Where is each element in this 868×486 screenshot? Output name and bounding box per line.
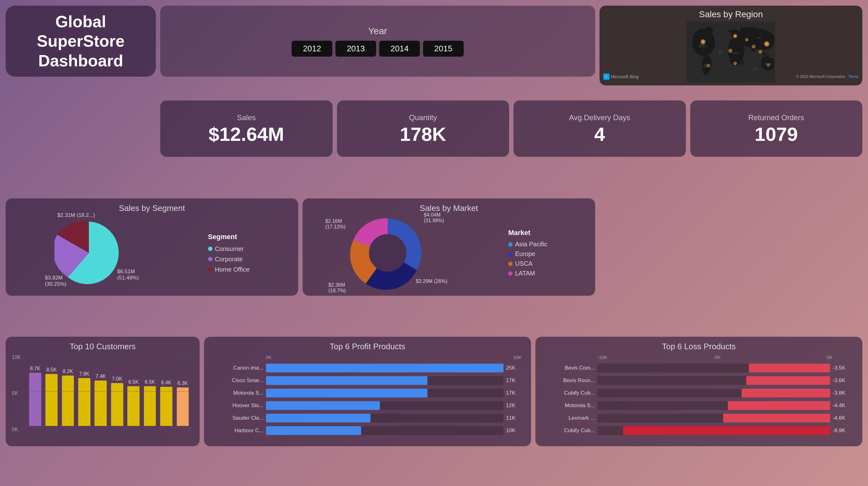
svg-text:Ocean: Ocean — [718, 53, 722, 54]
profit-val-0: 25K — [506, 365, 522, 371]
loss-name-3: Motorola S... — [545, 402, 595, 409]
customer-bar-col-6: 6.5K — [126, 355, 141, 426]
profit-bar-wrap-5 — [266, 426, 503, 435]
svg-point-30 — [707, 64, 710, 67]
market-legend-title: Market — [508, 229, 547, 237]
profit-name-4: Sauder Cla... — [213, 415, 264, 421]
kpi-label-2: Avg.Delivery Days — [569, 113, 630, 122]
loss-val-4: -4.6K — [833, 415, 853, 421]
top-customers-title: Top 10 Customers — [12, 342, 193, 352]
y-label-10000: 10K — [12, 355, 21, 360]
consumer-label: Consumer — [215, 245, 244, 252]
loss-val-1: -3.6K — [833, 377, 853, 384]
segment-chart-card: Sales by Segment $2.31M (18.2...) $3.82M… — [6, 199, 298, 296]
svg-point-25 — [728, 49, 732, 53]
kpi-card-3: Returned Orders 1079 — [690, 100, 863, 157]
market-legend: Market Asia Pacific Europe USCA — [508, 229, 547, 277]
year-btn-2013[interactable]: 2013 — [335, 41, 376, 57]
loss-x-label: 0K — [827, 355, 833, 360]
svg-point-31 — [752, 45, 755, 48]
kpi-card-0: Sales $12.64M — [160, 100, 333, 157]
market-label-apac: $4.04M(31.98%) — [424, 212, 444, 223]
kpi-value-3: 1079 — [755, 125, 798, 144]
loss-bar-0 — [749, 364, 830, 372]
loss-val-0: -3.5K — [833, 365, 853, 371]
kpi-label-3: Returned Orders — [748, 113, 804, 122]
profit-name-5: Harbour C... — [213, 427, 264, 434]
bar-rect-6 — [127, 386, 140, 426]
latam-dot — [508, 271, 513, 276]
y-gridline-0 — [25, 427, 190, 427]
svg-text:AMERICA: AMERICA — [699, 46, 706, 48]
svg-point-32 — [767, 63, 770, 66]
profit-bar-2 — [266, 389, 427, 397]
profit-x-labels: 0K20K — [213, 355, 522, 360]
profit-val-3: 12K — [506, 402, 522, 409]
row4: Top 10 Customers 10K5K0K8.7K8.5K8.2K7.8K… — [6, 337, 862, 443]
market-donut-svg — [350, 215, 425, 291]
segment-legend-title: Segment — [208, 233, 250, 241]
profit-name-1: Cisco Smar... — [213, 377, 264, 384]
segment-label-corp: $3.82M(30.25%) — [45, 275, 67, 287]
corporate-dot — [208, 257, 213, 261]
customer-bar-col-8: 6.4K — [159, 355, 174, 426]
market-label-europe: $3.29M (26%) — [416, 278, 447, 284]
bar-val-4: 7.4K — [95, 374, 106, 379]
y-label-5000: 5K — [12, 391, 18, 396]
kpi-label-0: Sales — [237, 113, 256, 122]
loss-bar-2 — [742, 389, 830, 397]
apac-dot — [508, 242, 513, 247]
legend-apac: Asia Pacific — [508, 241, 547, 248]
legend-latam: LATAM — [508, 270, 547, 277]
corporate-label: Corporate — [215, 256, 243, 263]
kpi-value-0: $12.64M — [209, 125, 284, 144]
svg-point-28 — [765, 42, 768, 45]
year-buttons: 2012201320142015 — [291, 41, 463, 57]
y-label-0: 0K — [12, 427, 18, 432]
loss-x-label: -10K — [597, 355, 607, 360]
profit-val-4: 11K — [506, 415, 522, 421]
market-label-latam: $2.16M(17.12%) — [325, 218, 345, 230]
profit-val-1: 17K — [506, 377, 522, 384]
year-card: Year 2012201320142015 — [160, 6, 595, 77]
customer-bar-col-0: 8.7K — [28, 355, 42, 426]
loss-x-label: -5K — [713, 355, 721, 360]
bar-val-0: 8.7K — [30, 366, 40, 371]
row3-charts: Sales by Segment $2.31M (18.2...) $3.82M… — [6, 199, 595, 296]
loss-bar-wrap-1 — [597, 376, 830, 385]
customers-chart-area: 10K5K0K8.7K8.5K8.2K7.8K7.4K7.0K6.5K6.5K6… — [12, 355, 193, 438]
kpi-label-1: Quantity — [409, 113, 437, 122]
loss-bar-wrap-3 — [597, 401, 830, 410]
loss-bar-wrap-0 — [597, 364, 830, 372]
loss-row-2: Cubify Cub...-3.8K — [545, 389, 853, 397]
profit-val-5: 10K — [506, 427, 522, 434]
year-btn-2014[interactable]: 2014 — [379, 41, 420, 57]
map-title: Sales by Region — [599, 6, 862, 21]
profit-row-2: Motorola S...17K — [213, 389, 522, 397]
latam-label: LATAM — [515, 270, 535, 277]
profit-row-5: Harbour C...10K — [213, 426, 522, 435]
year-btn-2015[interactable]: 2015 — [423, 41, 464, 57]
bing-logo: B Microsoft Bing — [603, 73, 639, 80]
map-footer: B Microsoft Bing © 2023 Microsoft Corpor… — [603, 73, 859, 80]
segment-chart-title: Sales by Segment — [12, 204, 292, 213]
market-chart-card: Sales by Market $4.04M(31.98%) $3.29M (2… — [303, 199, 595, 296]
profit-name-2: Motorola S... — [213, 390, 264, 396]
customer-bar-col-2: 8.2K — [60, 355, 75, 426]
bar-val-8: 6.4K — [161, 380, 172, 386]
loss-bar-5 — [623, 426, 830, 435]
europe-dot — [508, 252, 513, 256]
y-gridline-5000 — [25, 391, 190, 392]
market-content: $4.04M(31.98%) $3.29M (26%) $2.36M(18.7%… — [309, 216, 589, 291]
profit-products-card: Top 6 Profit Products 0K20KCanon ima...2… — [204, 337, 531, 446]
svg-text:Atlantic: Atlantic — [718, 51, 723, 52]
map-card: Sales by Region — [599, 6, 862, 85]
usca-label: USCA — [515, 260, 533, 267]
bar-rect-1 — [45, 374, 58, 426]
year-btn-2012[interactable]: 2012 — [291, 41, 332, 57]
legend-corporate: Corporate — [208, 256, 250, 263]
customer-bar-col-9: 6.3K — [175, 355, 190, 426]
profit-row-0: Canon ima...25K — [213, 364, 522, 372]
profit-name-0: Canon ima... — [213, 365, 264, 371]
svg-point-33 — [369, 234, 406, 272]
